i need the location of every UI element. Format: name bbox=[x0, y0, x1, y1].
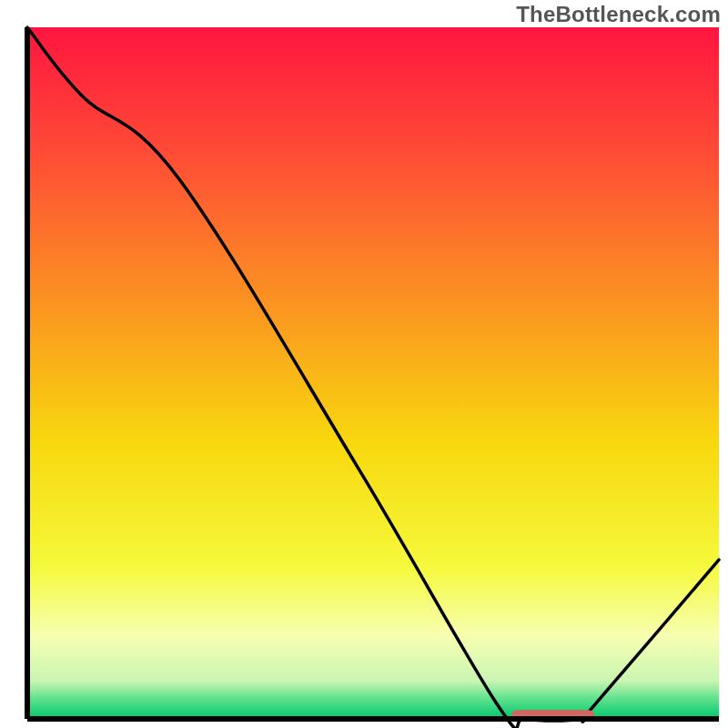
bottleneck-chart bbox=[0, 0, 728, 728]
plot-background bbox=[27, 27, 719, 719]
watermark-text: TheBottleneck.com bbox=[516, 2, 721, 27]
chart-container: TheBottleneck.com bbox=[0, 0, 728, 728]
